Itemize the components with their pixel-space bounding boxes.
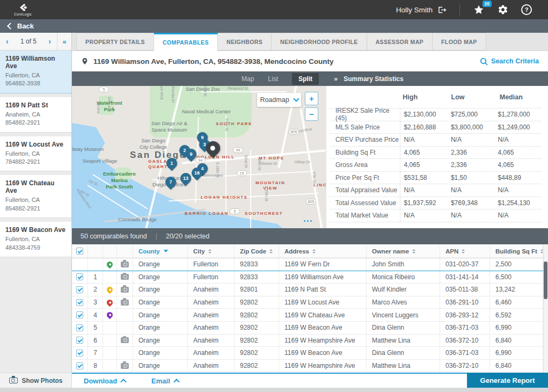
sidebar-item-1169-n-patt-st[interactable]: 1169 N Patt StAnaheim, CA854882-2921 [0, 97, 71, 133]
tab-property-details[interactable]: PROPERTY DETAILS [76, 33, 154, 50]
camera-icon[interactable] [121, 363, 129, 369]
select-all-checkbox[interactable] [76, 248, 83, 255]
col-header-zip-code[interactable]: Zip Code [235, 244, 279, 258]
map-label-47th-st: 47th St [312, 171, 317, 183]
camera-icon[interactable] [121, 287, 129, 293]
download-menu-button[interactable]: Download [84, 377, 126, 385]
col-header-apn[interactable]: APN [440, 244, 490, 258]
map-pin-13[interactable]: 13 [178, 171, 193, 186]
favorites-button[interactable]: 20 [473, 4, 485, 16]
col-header-address[interactable]: Address [279, 244, 367, 258]
tab-neighborhood-profile[interactable]: NEIGHBORHOOD PROFILE [272, 33, 367, 50]
prev-page-button[interactable]: ‹ [6, 37, 9, 46]
row-checkbox[interactable] [76, 362, 83, 369]
map-pin-7[interactable]: 7 [163, 175, 178, 190]
col-header-county[interactable]: County [133, 244, 188, 258]
cell-county: Orange [133, 347, 188, 359]
view-toggle-map[interactable]: Map [242, 75, 254, 83]
sort-up-arrow [412, 249, 415, 251]
row-checkbox[interactable] [76, 324, 83, 331]
col-header-city[interactable]: City [188, 244, 235, 258]
cell-number: 8 [88, 360, 103, 372]
corelogic-logo[interactable]: CoreLogic [14, 3, 32, 16]
search-criteria-link[interactable]: Search Criteria [480, 57, 539, 66]
highway-shield-94: 94 [233, 147, 243, 153]
user-menu[interactable]: Holly Smith [396, 6, 447, 14]
table-row[interactable]: 8OrangeAnaheim928021169 W Heampshire Ave… [72, 360, 543, 373]
camera-icon[interactable] [121, 262, 129, 267]
property-address: 1169 W Locust Ave [5, 141, 66, 148]
sort-up-arrow [269, 249, 273, 251]
tab-neighbors[interactable]: NEIGHBORS [218, 33, 272, 50]
summary-statistics-header[interactable]: » Summary Statistics [326, 71, 404, 86]
table-row[interactable]: OrangeFullerton928331169 W Fern DrJohn S… [72, 258, 543, 271]
email-menu-button[interactable]: Email [151, 377, 179, 385]
sidebar-item-1169-w-locust-ave[interactable]: 1169 W Locust AveFullerton, CA784882-292… [0, 136, 71, 172]
cell-address: 1169 W Beacon Ave [279, 347, 367, 359]
tab-assessor-map[interactable]: ASSESSOR MAP [367, 33, 433, 50]
camera-icon[interactable] [121, 300, 129, 306]
map-pin-9[interactable]: 9 [184, 147, 199, 162]
sort-desc-icon [164, 250, 168, 252]
cell-camera [117, 335, 133, 347]
cell-checkbox [72, 322, 88, 334]
highway-shield-805: 805 [306, 199, 316, 205]
table-row[interactable]: 2OrangeAnaheim928011169 N Patt StWulf Ki… [72, 284, 543, 296]
view-toggle-list[interactable]: List [268, 75, 278, 83]
zoom-out-button[interactable]: − [305, 107, 318, 121]
row-checkbox[interactable] [76, 286, 83, 293]
sidebar-item-1169-williamson-ave[interactable]: 1169 Williamson AveFullerton, CA954882-3… [0, 50, 71, 93]
cell-apn: 036-371-03 [440, 322, 490, 334]
tab-flood-map[interactable]: FLOOD MAP [433, 33, 486, 50]
sidebar-item-1169-w-beacon-ave[interactable]: 1169 W Beacon AveFullerton, CA484338-475… [0, 222, 71, 257]
cell-building-sqft: 6,592 [490, 309, 543, 321]
table-row[interactable]: 7OrangeAnaheim928021169 W Beacon AveDina… [72, 347, 543, 360]
table-row[interactable]: 4OrangeAnaheim928021169 W Chateau AveVin… [72, 309, 543, 322]
show-photos-label: Show Photos [22, 377, 63, 384]
cell-checkbox [72, 284, 88, 296]
col-header-owner-name[interactable]: Owner name [367, 244, 440, 258]
panel-collapse-icon[interactable]: » [334, 75, 338, 83]
row-checkbox[interactable] [76, 337, 83, 344]
row-checkbox[interactable] [76, 273, 83, 280]
tab-comparables[interactable]: COMPARABLES [154, 33, 218, 51]
logout-icon[interactable] [437, 6, 447, 14]
back-button[interactable]: Back [8, 22, 34, 30]
map-pin-1[interactable]: 1 [164, 156, 179, 171]
view-toggle-split[interactable]: Split [292, 73, 319, 85]
table-row[interactable]: 6OrangeAnaheim928021169 W Heampshire Ave… [72, 335, 543, 347]
col-header-building-sq-ft[interactable]: Building Sq Ft [490, 244, 543, 258]
row-checkbox[interactable] [76, 299, 83, 306]
camera-icon[interactable] [121, 274, 129, 280]
generate-report-button[interactable]: Generate Report [467, 373, 548, 388]
row-checkbox[interactable] [76, 311, 83, 318]
help-button[interactable]: ? [521, 4, 532, 15]
bottom-action-bar: Show Photos Download Email Generate Repo… [0, 373, 548, 388]
show-photos-button[interactable]: Show Photos [0, 373, 72, 388]
table-scrollbar-thumb[interactable] [544, 262, 547, 299]
next-page-button[interactable]: › [48, 37, 51, 46]
cell-address: 1169 W Heampshire Ave [279, 335, 367, 347]
zoom-in-button[interactable]: + [305, 92, 318, 105]
map[interactable]: San Diego ZooRedwood StWaterfront ParkNa… [72, 86, 326, 228]
table-row[interactable]: 5OrangeAnaheim928021169 W Beacon AveDina… [72, 322, 543, 335]
row-checkbox[interactable] [76, 350, 83, 357]
corelogic-mark-icon [18, 3, 28, 12]
table-row[interactable]: 3OrangeAnaheim928021169 W Locust AveMarc… [72, 296, 543, 309]
map-type-selector[interactable]: Roadmap [257, 93, 301, 107]
cell-camera [117, 296, 133, 309]
stats-row-label: Building Sq Ft [330, 147, 400, 159]
table-row[interactable]: 1OrangeFullerton928331169 Williamson Ave… [72, 271, 543, 284]
map-pin-16[interactable]: 16 [189, 165, 204, 180]
cell-number: 1 [88, 271, 103, 284]
stats-row-label: Total Appraised Value [330, 184, 400, 197]
sidebar-item-1169-w-chateau-ave[interactable]: 1169 W Chateau AveFullerton, CA854882-29… [0, 175, 71, 218]
map-scroll-indicator[interactable] [304, 220, 312, 222]
stats-row-iresk2-sale-price-45: IRESK2 Sale Price (45)$2,130,000$725,000… [330, 108, 542, 121]
stats-low-value: N/A [448, 212, 495, 219]
camera-icon[interactable] [121, 337, 129, 343]
gear-icon[interactable] [498, 4, 508, 15]
property-address: 1169 N Patt St [5, 101, 66, 109]
sidebar-collapse-button[interactable]: « [57, 33, 71, 50]
cell-zip: 92802 [235, 309, 279, 321]
